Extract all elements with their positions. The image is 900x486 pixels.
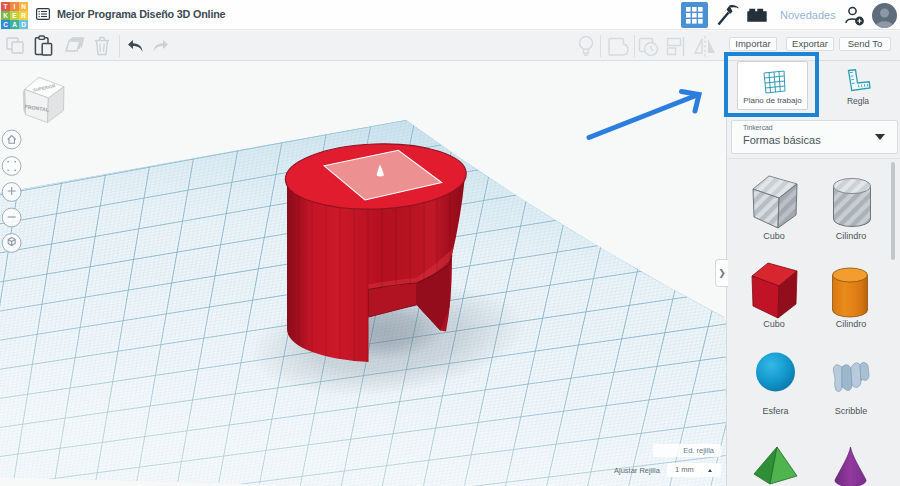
svg-text:Cubo: Cubo (763, 231, 785, 241)
svg-text:Cilindro: Cilindro (836, 319, 867, 329)
svg-text:Cubo: Cubo (763, 319, 785, 329)
svg-text:Esfera: Esfera (762, 406, 788, 416)
svg-text:Cilindro: Cilindro (836, 231, 867, 241)
svg-text:Scribble: Scribble (835, 406, 868, 416)
